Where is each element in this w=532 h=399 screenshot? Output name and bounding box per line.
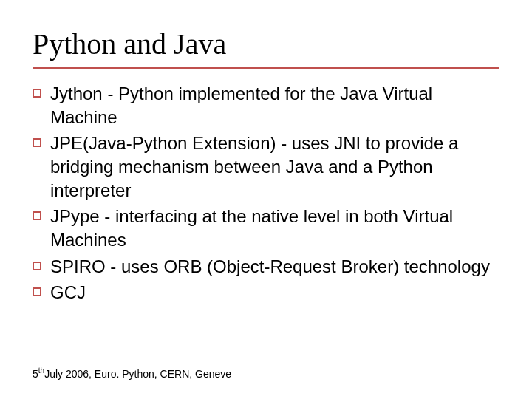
square-bullet-icon [33,138,41,147]
list-item: JPE(Java-Python Extension) - uses JNI to… [33,132,499,202]
list-item-text: JPype - interfacing at the native level … [50,205,499,251]
footer-rest: July 2006, Euro. Python, CERN, Geneve [44,368,231,380]
list-item: GCJ [33,281,499,304]
footer: 5thJuly 2006, Euro. Python, CERN, Geneve [33,366,231,380]
list-item-text: Jython - Python implemented for the Java… [50,82,499,129]
footer-ordinal: th [38,366,44,375]
square-bullet-icon [33,89,41,98]
list-item-text: GCJ [50,281,499,304]
square-bullet-icon [33,211,41,220]
list-item: SPIRO - uses ORB (Object-Request Broker)… [33,255,499,279]
list-item-text: SPIRO - uses ORB (Object-Request Broker)… [50,255,499,279]
slide: Python and Java Jython - Python implemen… [0,0,532,399]
list-item: JPype - interfacing at the native level … [33,205,499,251]
bullet-list: Jython - Python implemented for the Java… [33,82,499,304]
slide-title: Python and Java [33,27,499,61]
footer-day: 5 [33,368,38,380]
list-item-text: JPE(Java-Python Extension) - uses JNI to… [50,132,499,202]
title-underline [33,67,499,69]
square-bullet-icon [33,287,41,296]
list-item: Jython - Python implemented for the Java… [33,82,499,129]
square-bullet-icon [33,262,41,270]
